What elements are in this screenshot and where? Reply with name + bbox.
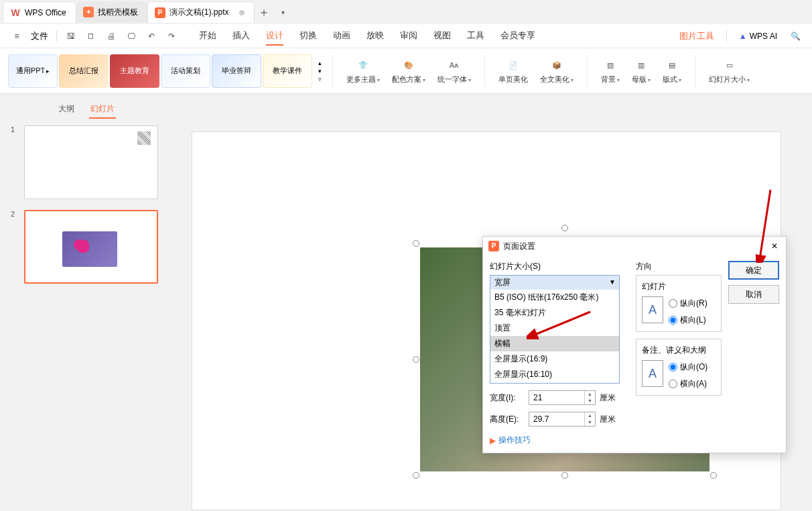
divider: [726, 30, 727, 42]
chevron-down-icon[interactable]: ▼: [607, 277, 618, 288]
theme-card-teaching[interactable]: 教学课件: [263, 54, 312, 88]
master-icon: ▥: [633, 57, 649, 73]
slide-size-combo[interactable]: 宽屏 ▼: [490, 275, 620, 290]
ok-button[interactable]: 确定: [728, 261, 779, 280]
theme-card-defense[interactable]: 毕业答辩: [212, 54, 261, 88]
group-title: 备注、讲义和大纲: [642, 345, 716, 356]
theme-card-summary[interactable]: 总结汇报: [59, 54, 109, 88]
radio-landscape-a[interactable]: 横向(A): [669, 378, 707, 390]
close-button[interactable]: ✕: [768, 240, 781, 252]
cancel-button[interactable]: 取消: [728, 285, 779, 304]
new-icon[interactable]: 🗋: [85, 30, 97, 42]
list-item[interactable]: 全屏显示(16:9): [490, 351, 619, 367]
resize-handle[interactable]: [413, 356, 419, 363]
height-label: 高度(E):: [490, 414, 525, 425]
list-item-selected[interactable]: 横幅: [490, 336, 619, 351]
spinner[interactable]: ▲▼: [584, 412, 595, 426]
radio-portrait-o[interactable]: 纵向(O): [669, 361, 707, 373]
tab-label: WPS Office: [25, 8, 66, 17]
list-item[interactable]: 顶置: [490, 321, 619, 336]
themes-icon: 👕: [355, 57, 371, 73]
document-tabs: W WPS Office ✦ 找稻壳模板 P 演示文稿(1).pptx ＋ ▾: [0, 0, 812, 24]
slide-thumb-2[interactable]: [24, 210, 158, 284]
combo-value: 宽屏: [490, 276, 619, 290]
spinner[interactable]: ▲▼: [584, 391, 595, 404]
width-row: 宽度(I): ▲▼ 厘米: [490, 390, 629, 405]
redo-icon[interactable]: ↷: [165, 30, 178, 42]
theme-card-general[interactable]: 通用PPT▸: [8, 54, 58, 88]
radio-portrait-r[interactable]: 纵向(R): [669, 298, 707, 309]
rotate-handle[interactable]: [561, 225, 568, 231]
tab-menu-button[interactable]: ▾: [273, 3, 292, 21]
tab-tools[interactable]: 工具: [467, 27, 484, 46]
design-ribbon: 通用PPT▸ 总结汇报 主题教育 活动策划 毕业答辩 教学课件 ▴▾▿ 👕更多主…: [0, 48, 812, 94]
more-themes-button[interactable]: 👕更多主题▾: [341, 57, 385, 84]
resize-handle[interactable]: [413, 472, 419, 479]
tab-member[interactable]: 会员专享: [500, 27, 535, 46]
width-unit: 厘米: [600, 392, 616, 404]
tab-template[interactable]: ✦ 找稻壳模板: [76, 1, 147, 23]
tab-design[interactable]: 设计: [266, 27, 283, 46]
slide-orientation-group: 幻灯片 A 纵向(R) 横向(L): [636, 275, 722, 332]
layout-button[interactable]: ▤版式▾: [657, 57, 687, 84]
slide-item[interactable]: 2: [11, 210, 162, 284]
full-beautify-button[interactable]: 📦全文美化▾: [535, 57, 579, 84]
print-icon[interactable]: 🖨: [105, 30, 117, 42]
list-item[interactable]: 宽屏: [490, 382, 619, 384]
tab-outline[interactable]: 大纲: [57, 101, 76, 119]
slides-panel: 大纲 幻灯片 1 2: [0, 94, 173, 511]
save-icon[interactable]: 🖫: [65, 30, 77, 42]
tab-view[interactable]: 视图: [433, 27, 451, 46]
tab-animation[interactable]: 动画: [333, 27, 350, 46]
preview-icon[interactable]: 🖵: [125, 30, 137, 42]
tab-start[interactable]: 开始: [199, 27, 216, 46]
close-tab-icon[interactable]: [239, 10, 245, 15]
tab-transition[interactable]: 切换: [299, 27, 317, 46]
undo-icon[interactable]: ↶: [145, 30, 157, 42]
font-icon: Aᴀ: [446, 57, 462, 73]
main-toolbar: ≡ 文件 🖫 🗋 🖨 🖵 ↶ ↷ 开始 插入 设计 切换 动画 放映 审阅 视图…: [0, 24, 812, 48]
direction-label: 方向: [636, 261, 722, 272]
add-tab-button[interactable]: ＋: [255, 3, 273, 21]
list-item[interactable]: 全屏显示(16:10): [490, 367, 619, 382]
group-title: 幻灯片: [642, 281, 716, 292]
tab-slideshow[interactable]: 放映: [366, 27, 384, 46]
theme-scroll[interactable]: ▴▾▿: [315, 54, 324, 88]
menu-icon[interactable]: ≡: [11, 30, 23, 42]
wps-ai-button[interactable]: ▲ WPS AI: [739, 32, 777, 41]
menu-tabs: 开始 插入 设计 切换 动画 放映 审阅 视图 工具 会员专享: [199, 27, 535, 46]
tab-slides[interactable]: 幻灯片: [89, 101, 116, 119]
tab-review[interactable]: 审阅: [400, 27, 417, 46]
unify-font-button[interactable]: Aᴀ统一字体▾: [432, 57, 476, 84]
tips-link[interactable]: ▶ 操作技巧: [490, 435, 629, 446]
list-item[interactable]: B5 (ISO) 纸张(176x250 毫米): [490, 290, 619, 305]
background-button[interactable]: ▧背景▾: [596, 57, 625, 84]
size-dropdown-list: B5 (ISO) 纸张(176x250 毫米) 35 毫米幻灯片 顶置 横幅 全…: [490, 290, 620, 384]
picture-tools[interactable]: 图片工具: [679, 30, 714, 42]
slide-item[interactable]: 1: [11, 125, 162, 199]
master-button[interactable]: ▥母版▾: [626, 57, 656, 84]
color-scheme-button[interactable]: 🎨配色方案▾: [387, 57, 431, 84]
tab-insert[interactable]: 插入: [232, 27, 250, 46]
theme-card-education[interactable]: 主题教育: [110, 54, 159, 88]
height-unit: 厘米: [600, 414, 616, 425]
resize-handle[interactable]: [561, 472, 568, 479]
tab-label: 找稻壳模板: [98, 7, 138, 18]
dialog-titlebar[interactable]: P 页面设置 ✕: [483, 237, 786, 255]
slide-size-button[interactable]: ▭幻灯片大小▾: [703, 57, 755, 84]
tab-wps-office[interactable]: W WPS Office: [3, 1, 76, 23]
background-icon: ▧: [602, 57, 618, 73]
dialog-right: 方向 幻灯片 A 纵向(R) 横向(L) 备注、讲义和大纲 A 纵向(O): [636, 261, 722, 402]
slide-thumb-1[interactable]: [24, 125, 158, 199]
resize-handle[interactable]: [413, 240, 419, 247]
list-item[interactable]: 35 毫米幻灯片: [490, 305, 619, 321]
theme-card-event[interactable]: 活动策划: [161, 54, 210, 88]
wps-ai-label: WPS AI: [750, 32, 777, 41]
tab-current-doc[interactable]: P 演示文稿(1).pptx: [147, 1, 255, 23]
radio-landscape-l[interactable]: 横向(L): [669, 315, 707, 326]
page-beautify-button[interactable]: 📄单页美化: [493, 57, 533, 84]
template-icon: ✦: [83, 7, 94, 17]
resize-handle[interactable]: [710, 472, 717, 479]
search-icon[interactable]: 🔍: [789, 30, 801, 42]
file-menu[interactable]: 文件: [31, 30, 48, 42]
